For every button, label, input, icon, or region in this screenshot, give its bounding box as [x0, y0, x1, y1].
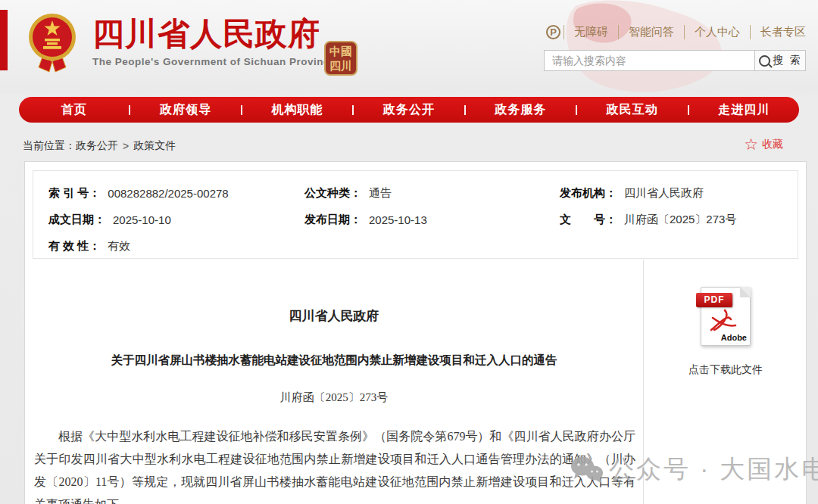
search-button-label: 搜 索 [773, 54, 802, 67]
breadcrumb: 当前位置： 政务公开 > 政策文件 [23, 139, 176, 153]
meta-issuing-agency: 发布机构： 四川省人民政府 [560, 180, 798, 207]
nav-item-interaction[interactable]: 政民互动 [577, 102, 687, 118]
article-doc-number: 川府函〔2025〕273号 [25, 390, 643, 405]
china-sichuan-seal: 中國四川 [324, 41, 357, 76]
article-title: 关于四川省屏山书楼抽水蓄能电站建设征地范围内禁止新增建设项目和迁入人口的通告 [48, 352, 620, 369]
page-fold-corner [740, 287, 751, 297]
breadcrumb-prefix: 当前位置： [23, 139, 76, 153]
nav-item-gov-leaders[interactable]: 政府领导 [130, 102, 240, 118]
meta-doc-number: 文 号： 川府函〔2025〕273号 [560, 207, 798, 233]
top-utility-links: P 无障碍 智能问答 个人中心 长者专区 [546, 25, 806, 39]
meta-doc-type: 公文种类： 通告 [304, 180, 560, 207]
link-accessibility[interactable]: 无障碍 [564, 25, 618, 39]
article-issuer-heading: 四川省人民政府 [25, 307, 643, 325]
document-article: 四川省人民政府 关于四川省屏山书楼抽水蓄能电站建设征地范围内禁止新增建设项目和迁… [25, 259, 643, 504]
nav-item-functions[interactable]: 机构职能 [242, 102, 352, 118]
pdf-file-icon: PDF Adobe [701, 287, 751, 346]
download-sidebar: PDF Adobe 点击下载此文件 [644, 259, 807, 377]
site-subtitle: The People's Government of Sichuan Provi… [92, 56, 336, 67]
favorite-button[interactable]: ☆ 收藏 [744, 136, 783, 152]
meta-validity: 有 效 性： 有效 [48, 233, 304, 260]
document-panel: 索 引 号： 008282882/2025-00278 公文种类： 通告 发布机… [24, 161, 807, 504]
search-button[interactable]: 搜 索 [754, 50, 806, 71]
search-input[interactable] [544, 50, 754, 71]
link-smart-qa[interactable]: 智能问答 [618, 25, 684, 39]
favorite-label: 收藏 [762, 138, 783, 151]
article-paragraph: 根据《大中型水利水电工程建设征地补偿和移民安置条例》（国务院令第679号）和《四… [34, 425, 635, 504]
breadcrumb-gov-affairs[interactable]: 政务公开 [76, 139, 118, 153]
adobe-wordmark: Adobe [721, 333, 747, 342]
pinyin-reader-icon[interactable]: P [546, 25, 560, 39]
search-icon [759, 55, 770, 67]
link-senior-zone[interactable]: 长者专区 [750, 25, 806, 39]
page-canvas: 四川省人民政府 The People's Government of Sichu… [0, 0, 818, 504]
meta-index-number: 索 引 号： 008282882/2025-00278 [48, 180, 304, 207]
site-title-block: 四川省人民政府 The People's Government of Sichu… [92, 17, 336, 67]
download-link-text[interactable]: 点击下载此文件 [688, 363, 763, 377]
meta-written-date: 成文日期： 2025-10-10 [48, 207, 304, 233]
left-red-banner [0, 10, 8, 70]
nav-item-home[interactable]: 首页 [19, 102, 129, 118]
meta-publish-date: 发布日期： 2025-10-13 [304, 207, 560, 233]
nav-item-gov-affairs[interactable]: 政务公开 [354, 102, 464, 118]
nav-item-visit-sichuan[interactable]: 走进四川 [689, 102, 799, 118]
pdf-download[interactable]: PDF Adobe 点击下载此文件 [688, 259, 763, 377]
national-emblem-logo [27, 11, 77, 73]
adobe-swirl-icon [708, 307, 738, 334]
main-navigation: 首页 政府领导 机构职能 政务公开 政务服务 政民互动 走进四川 [19, 97, 799, 123]
star-icon: ☆ [744, 136, 758, 152]
search-bar: 搜 索 [544, 50, 806, 71]
seal-text: 中國四川 [329, 44, 352, 73]
nav-item-gov-services[interactable]: 政务服务 [466, 102, 576, 118]
link-personal-center[interactable]: 个人中心 [684, 25, 750, 39]
chevron-right-icon: > [123, 140, 129, 152]
document-metadata-box: 索 引 号： 008282882/2025-00278 公文种类： 通告 发布机… [33, 170, 798, 259]
site-title: 四川省人民政府 [92, 17, 336, 51]
breadcrumb-policy-documents[interactable]: 政策文件 [133, 139, 176, 153]
pdf-badge: PDF [696, 293, 732, 307]
